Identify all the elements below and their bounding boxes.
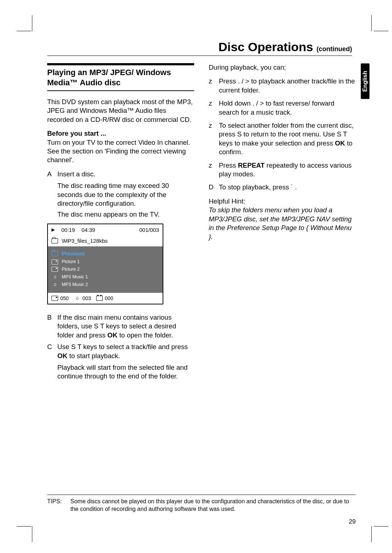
arrow-icon (47, 181, 57, 208)
step-a: A Insert a disc. (47, 170, 194, 179)
file-icon (52, 259, 58, 265)
before-you-start-label: Before you start ... (47, 130, 106, 137)
step-d-marker: D (209, 183, 219, 192)
disc-menu-body: Previous Picture 1 Picture 2 ♫ MP3 Music… (48, 246, 163, 292)
disc-menu-item: Picture 2 (52, 266, 159, 273)
tips-label: TIPS: (47, 498, 70, 513)
step-b: B If the disc main menu contains various… (47, 313, 194, 340)
step-a-body: Insert a disc. (57, 170, 194, 179)
arrow-icon (47, 363, 57, 381)
intro-paragraph: This DVD system can playback most of the… (47, 98, 194, 124)
crop-mark (374, 526, 388, 527)
disc-menu-previous: Previous (52, 249, 159, 258)
disc-menu-item: Picture 1 (52, 258, 159, 266)
left-column: Playing an MP3/ JPEG/ Windows Media™ Aud… (47, 63, 194, 383)
manual-page: English Disc Operations (continued) Play… (0, 0, 392, 553)
music-icon: ♫ (52, 281, 58, 287)
step-a-note2: The disc menu appears on the TV. (47, 210, 194, 219)
page-title-block: Disc Operations (continued) (47, 40, 356, 56)
helpful-hint-heading: Helpful Hint: (209, 197, 245, 205)
playback-actions-list: z Press . / > to playback another track/… (209, 77, 356, 179)
crop-mark (32, 15, 32, 31)
step-b-marker: B (47, 313, 57, 340)
crop-mark (371, 15, 372, 31)
step-c: C Use S T keys to select a track/file an… (47, 343, 194, 360)
play-icon: ▶ (52, 227, 55, 233)
during-playback-label: During playback, you can; (209, 63, 356, 72)
file-icon (52, 296, 58, 301)
right-column: During playback, you can; z Press . / > … (209, 63, 356, 383)
crop-mark (32, 526, 32, 542)
title-main: Disc Operations (219, 40, 313, 54)
video-icon (96, 296, 103, 301)
time-current: 00:19 (61, 226, 75, 234)
folder-open-icon (52, 238, 58, 243)
bullet-item: z Press REPEAT repeatedly to access vari… (209, 161, 356, 179)
page-title: Disc Operations (continued) (47, 40, 352, 54)
disc-menu-header: ▶ 00:19 04:39 001/003 (48, 224, 163, 236)
disc-menu-item: ♫ MP3 Music 1 (52, 273, 159, 280)
tips-text: Some discs cannot be played on this play… (70, 498, 356, 513)
arrow-icon (47, 210, 57, 219)
file-icon (52, 267, 58, 272)
before-you-start-body: Turn on your TV to the correct Video In … (47, 139, 190, 164)
disc-menu-item: ♫ MP3 Music 2 (52, 280, 159, 288)
step-c-marker: C (47, 343, 57, 360)
step-c-note: Playback will start from the selected fi… (47, 363, 194, 381)
disc-menu-path-row: \MP3_files_128kbs (48, 236, 163, 247)
time-total: 04:39 (82, 226, 95, 234)
step-d: D To stop playback, press ˙ . (209, 183, 356, 192)
disc-menu-illustration: ▶ 00:19 04:39 001/003 \MP3_files_128kbs … (47, 224, 163, 304)
helpful-hint-body: To skip the folders menu when you load a… (209, 206, 352, 240)
bullet-item: z To select another folder from the curr… (209, 121, 356, 157)
crop-mark (17, 31, 31, 31)
page-number: 29 (349, 518, 356, 525)
title-sub: (continued) (317, 45, 352, 53)
crop-mark (17, 526, 31, 527)
crop-mark (374, 31, 388, 31)
crop-mark (371, 526, 372, 542)
title-rule (47, 56, 352, 56)
section-heading: Playing an MP3/ JPEG/ Windows Media™ Aud… (47, 63, 194, 91)
disc-menu-footer: 050 ♫003 000 (48, 293, 163, 304)
folder-open-icon (52, 251, 58, 256)
language-tab: English (361, 64, 369, 99)
step-a-note1: The disc reading time may exceed 30 seco… (47, 181, 194, 208)
track-index: 001/003 (139, 226, 159, 234)
bullet-item: z Hold down . / > to fast reverse/ forwa… (209, 99, 356, 117)
music-icon: ♫ (74, 295, 80, 301)
content-columns: Playing an MP3/ JPEG/ Windows Media™ Aud… (47, 63, 356, 383)
tips-footer: TIPS: Some discs cannot be played on thi… (47, 495, 356, 513)
bullet-item: z Press . / > to playback another track/… (209, 77, 356, 95)
disc-menu-path: \MP3_files_128kbs (62, 237, 108, 245)
step-a-marker: A (47, 170, 57, 179)
music-icon: ♫ (52, 274, 58, 280)
